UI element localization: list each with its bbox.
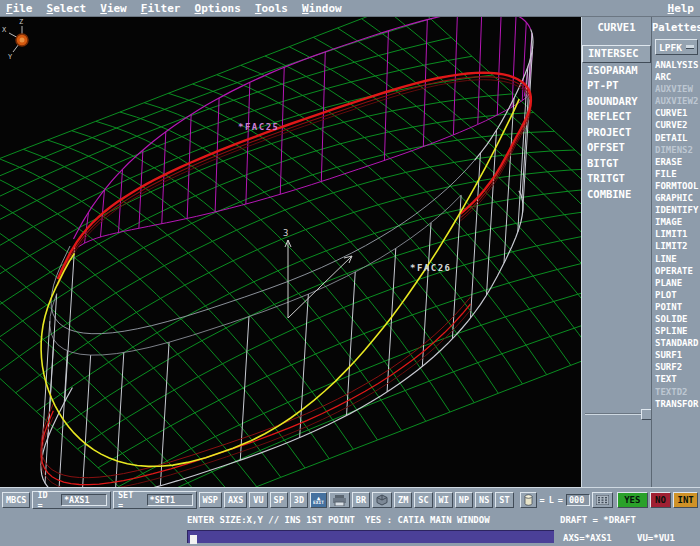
palette-standard[interactable]: STANDARD [652,337,700,349]
function-boundary[interactable]: BOUNDARY [582,94,651,110]
mbcs-button[interactable]: MBCS [2,492,30,508]
panel-sash[interactable] [585,413,641,415]
id-field[interactable]: *AXS1 [61,494,107,506]
function-reflect[interactable]: REFLECT [582,109,651,125]
palette-selector-value: LPFK [659,42,682,53]
palette-formtool[interactable]: FORMTOOL [652,180,700,192]
palette-plane[interactable]: PLANE [652,277,700,289]
viewport-3d[interactable]: 3ZXY *FAC25 *FAC26 [0,17,581,487]
menu-help[interactable]: Help [668,2,695,15]
function-panel: CURVE1 INTERSECISOPARAMPT-PTBOUNDARYREFL… [582,17,651,487]
wireframe-scene: 3ZXY [0,17,581,487]
function-isoparam[interactable]: ISOPARAM [582,63,651,79]
vu-button[interactable]: VU [249,492,267,508]
function-list: INTERSECISOPARAMPT-PTBOUNDARYREFLECTPROJ… [582,45,651,202]
option-menu-dash-icon [686,45,694,49]
window-label: YES : CATIA MAIN WINDOW [365,515,490,525]
palette-text[interactable]: TEXT [652,373,700,385]
menu-select[interactable]: Select [47,2,87,15]
iso-view-button[interactable] [372,492,392,508]
set-field[interactable]: *SET1 [147,494,193,506]
palette-point[interactable]: POINT [652,301,700,313]
menu-filter[interactable]: Filter [141,2,181,15]
palette-surf2[interactable]: SURF2 [652,361,700,373]
set-group: SET = *SET1 [113,491,197,509]
br-button[interactable]: BR [352,492,370,508]
palette-limit2[interactable]: LIMIT2 [652,240,700,252]
l-eq-label: = [557,495,564,505]
function-intersec[interactable]: INTERSEC [582,45,651,63]
np-button[interactable]: NP [455,492,473,508]
palette-limit1[interactable]: LIMIT1 [652,228,700,240]
palette-plot[interactable]: PLOT [652,289,700,301]
function-tritgt[interactable]: TRITGT [582,171,651,187]
palette-curve2[interactable]: CURVE2 [652,119,700,131]
palette-line[interactable]: LINE [652,253,700,265]
keypad-button[interactable] [592,492,613,508]
bottom-toolbar: MBCS ID = *AXS1 SET = *SET1 WSP AXS VU S… [0,487,700,512]
layer-value-field[interactable]: 000 [566,494,590,506]
menu-options[interactable]: Options [195,2,241,15]
menu-window[interactable]: Window [302,2,342,15]
axis-y-label: Y [8,53,13,61]
axs-status: AXS=*AXS1 [563,533,612,543]
menu-file[interactable]: File [6,2,33,15]
palette-graphic[interactable]: GRAPHIC [652,192,700,204]
palette-spline[interactable]: SPLINE [652,325,700,337]
function-bitgt[interactable]: BITGT [582,156,651,172]
print-button[interactable] [329,492,350,508]
int-button[interactable]: INT [673,492,698,508]
side-panel: CURVE1 INTERSECISOPARAMPT-PTBOUNDARYREFL… [581,17,700,487]
palette-erase[interactable]: ERASE [652,156,700,168]
st-button[interactable]: ST [495,492,513,508]
palettes-title: Palettes: [652,21,700,33]
function-combine[interactable]: COMBINE [582,187,651,203]
3d-button[interactable]: 3D [290,492,308,508]
palette-operate[interactable]: OPERATE [652,265,700,277]
sc-button[interactable]: SC [414,492,432,508]
palette-dimens2[interactable]: DIMENS2 [652,144,700,156]
face-label-fac26[interactable]: *FAC26 [410,263,452,273]
palette-analysis[interactable]: ANALYSIS [652,59,700,71]
exit-button[interactable]: ▲ EXIT [310,492,327,508]
ns-button[interactable]: NS [475,492,493,508]
prompt-message: ENTER SIZE:X,Y // INS 1ST POINT [187,515,355,525]
palette-solide[interactable]: SOLIDE [652,313,700,325]
command-input[interactable] [187,530,554,543]
axis-z-label: Z [19,18,23,26]
function-panel-title: CURVE1 [582,21,651,33]
menu-view[interactable]: View [100,2,127,15]
palette-curve1[interactable]: CURVE1 [652,107,700,119]
function-pt-pt[interactable]: PT-PT [582,78,651,94]
layer-eq-label: = [539,495,546,505]
palette-list: ANALYSISARCAUXVIEWAUXVIEW2CURVE1CURVE2DE… [652,59,700,410]
menu-tools[interactable]: Tools [255,2,288,15]
keypad-icon [596,495,609,505]
palette-file[interactable]: FILE [652,168,700,180]
message-row: ENTER SIZE:X,Y // INS 1ST POINT YES : CA… [0,512,700,529]
function-offset[interactable]: OFFSET [582,140,651,156]
axis-3-label: 3 [283,228,288,238]
cylinder-icon [524,494,533,506]
palette-image[interactable]: IMAGE [652,216,700,228]
wi-button[interactable]: WI [435,492,453,508]
palette-arc[interactable]: ARC [652,71,700,83]
palette-detail[interactable]: DETAIL [652,132,700,144]
palette-selector-dropdown[interactable]: LPFK [655,39,698,55]
palette-textd2[interactable]: TEXTD2 [652,386,700,398]
wsp-button[interactable]: WSP [199,492,222,508]
function-project[interactable]: PROJECT [582,125,651,141]
yes-button[interactable]: YES [617,492,648,508]
palette-transfor[interactable]: TRANSFOR [652,398,700,410]
palette-auxview2[interactable]: AUXVIEW2 [652,95,700,107]
palette-identify[interactable]: IDENTIFY [652,204,700,216]
face-label-fac25[interactable]: *FAC25 [238,122,280,132]
palette-auxview[interactable]: AUXVIEW [652,83,700,95]
no-button[interactable]: NO [650,492,672,508]
sp-button[interactable]: SP [270,492,288,508]
layer-button[interactable] [520,492,537,508]
palette-surf1[interactable]: SURF1 [652,349,700,361]
zm-button[interactable]: ZM [394,492,412,508]
id-group: ID = *AXS1 [32,491,111,509]
axs-button[interactable]: AXS [224,492,247,508]
